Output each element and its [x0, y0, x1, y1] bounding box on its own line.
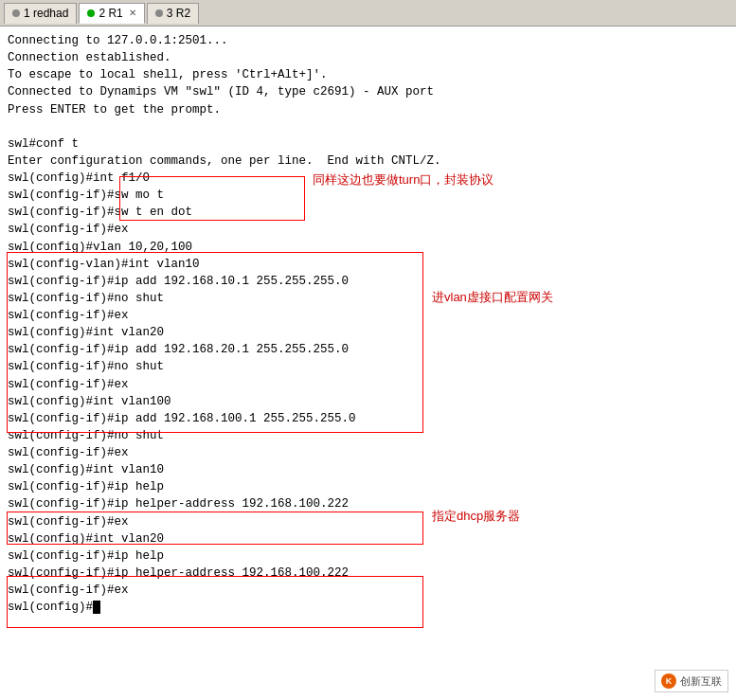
terminal-output: Connecting to 127.0.0.1:2501... Connecti… [8, 32, 728, 616]
tab-label-r1: 2 R1 [99, 7, 122, 20]
annotation-text-box3: 指定dhcp服务器 [432, 508, 520, 525]
tab-label-redhad: 1 redhad [24, 7, 68, 20]
terminal-area[interactable]: Connecting to 127.0.0.1:2501... Connecti… [0, 27, 736, 700]
annotation-text-box2: 进vlan虚接口配置网关 [432, 289, 553, 306]
title-bar: 1 redhad 2 R1 ✕ 3 R2 [0, 0, 736, 27]
watermark-text: 创新互联 [680, 674, 722, 689]
tab-close-r1[interactable]: ✕ [129, 8, 136, 18]
tab-r1[interactable]: 2 R1 ✕ [79, 3, 144, 24]
watermark-logo: K [661, 673, 676, 689]
tab-label-r2: 3 R2 [167, 7, 190, 20]
tab-dot-redhad [12, 9, 20, 17]
tab-dot-r2 [155, 9, 163, 17]
tab-redhad[interactable]: 1 redhad [4, 3, 77, 24]
tab-r2[interactable]: 3 R2 [147, 3, 199, 24]
tab-dot-r1 [87, 9, 95, 17]
annotation-text-box1: 同样这边也要做turn口，封装协议 [313, 171, 494, 188]
watermark: K 创新互联 [655, 670, 728, 692]
